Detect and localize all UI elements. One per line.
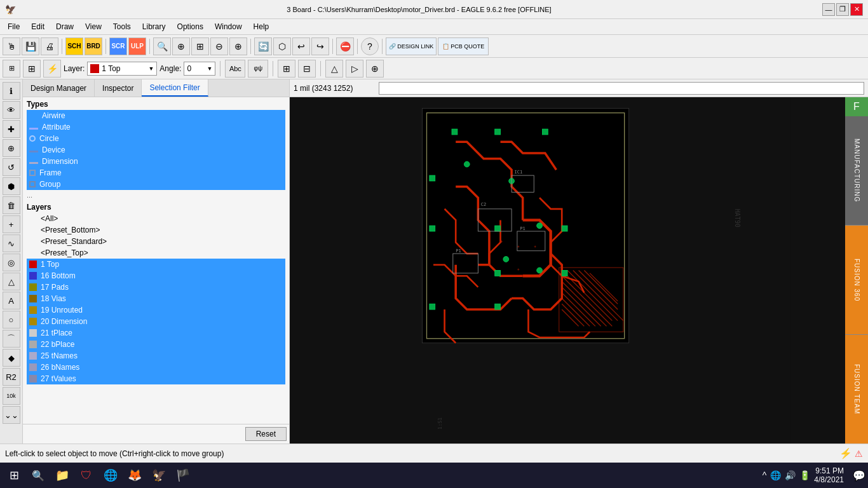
move-tool[interactable]: ✚	[3, 120, 20, 138]
sch-button[interactable]: SCH	[65, 37, 83, 55]
design-link-button[interactable]: 🔗 DESIGN LINK	[386, 37, 437, 55]
menu-library[interactable]: Library	[137, 21, 171, 32]
menu-file[interactable]: File	[3, 21, 25, 32]
polygon-tool[interactable]: △	[3, 273, 20, 290]
undo-button[interactable]: ↩	[292, 37, 310, 55]
ulp-button[interactable]: ULP	[128, 37, 146, 55]
menu-window[interactable]: Window	[210, 21, 247, 32]
fusion-team-panel-button[interactable]: FUSION TEAM	[845, 335, 868, 444]
layer-17-pads[interactable]: 17 Pads	[27, 281, 285, 293]
zoom-minus-button[interactable]: ⊖	[210, 37, 228, 55]
mirror-button[interactable]: ⬡	[273, 37, 291, 55]
pcb-board-canvas[interactable]: C2 P1 P1 IC1 HAT90 1:S1 + + + +	[290, 97, 845, 444]
layer-preset-top[interactable]: <Preset_Top>	[27, 247, 285, 259]
drc2-button[interactable]: ⊕	[366, 60, 384, 78]
rotate-tool[interactable]: ↺	[3, 158, 20, 176]
zoom-out-button[interactable]: 🔍	[153, 37, 171, 55]
layer-preset-bottom[interactable]: <Preset_Bottom>	[27, 224, 285, 236]
zoom-in-button[interactable]: ⊕	[172, 37, 190, 55]
canvas-area[interactable]: 1 mil (3243 1252)	[290, 79, 868, 444]
menu-view[interactable]: View	[80, 21, 107, 32]
tab-inspector[interactable]: Inspector	[95, 79, 142, 97]
scr-button[interactable]: SCR	[109, 37, 127, 55]
info-tool[interactable]: ℹ	[3, 82, 20, 100]
mirror-tool[interactable]: ⬢	[3, 177, 20, 195]
rotate-button[interactable]: 🔄	[254, 37, 272, 55]
taskbar-firefox-button[interactable]: 🦊	[123, 464, 146, 487]
measure-button[interactable]: △	[325, 60, 343, 78]
type-device[interactable]: Device	[27, 144, 285, 156]
menu-edit[interactable]: Edit	[26, 21, 50, 32]
tab-selection-filter[interactable]: Selection Filter	[142, 79, 208, 97]
angle-selector[interactable]: 0 ▼	[184, 62, 215, 76]
layer-20-dimension[interactable]: 20 Dimension	[27, 316, 285, 327]
arc-tool[interactable]: ⌒	[3, 330, 20, 348]
redo-button[interactable]: ↪	[311, 37, 329, 55]
zoom-plus2-button[interactable]: ⊕	[229, 37, 247, 55]
text-tool-side[interactable]: A	[3, 292, 20, 309]
taskbar-explorer-button[interactable]: 📁	[51, 464, 74, 487]
layer-26-bnames[interactable]: 26 bNames	[27, 362, 285, 373]
type-frame[interactable]: Frame	[27, 167, 285, 179]
minimize-button[interactable]: —	[822, 3, 835, 16]
brd-button[interactable]: BRD	[85, 37, 102, 55]
type-attribute[interactable]: Attribute	[27, 121, 285, 133]
search-taskbar-button[interactable]: 🔍	[27, 464, 50, 487]
layer-16-bottom[interactable]: 16 Bottom	[27, 270, 285, 281]
route-tool[interactable]: ∿	[3, 234, 20, 252]
drc-button[interactable]: ⚡	[43, 60, 61, 78]
maximize-button[interactable]: ❐	[836, 3, 849, 16]
save-button[interactable]: 💾	[22, 37, 39, 55]
grid-button[interactable]: ⊞	[23, 60, 41, 78]
menu-draw[interactable]: Draw	[51, 21, 79, 32]
via-tool[interactable]: ◎	[3, 254, 20, 271]
taskbar-eagle-button[interactable]: 🦅	[147, 464, 170, 487]
type-airwire[interactable]: Airwire	[27, 110, 285, 121]
layer-27-tvalues[interactable]: 27 tValues	[27, 373, 285, 384]
pad-tool[interactable]: ◆	[3, 349, 20, 367]
layer-22-bplace[interactable]: 22 bPlace	[27, 339, 285, 350]
menu-help[interactable]: Help	[248, 21, 275, 32]
notification-icon[interactable]: 💬	[853, 470, 865, 482]
layer-19-unrouted[interactable]: 19 Unrouted	[27, 304, 285, 316]
expand-tool[interactable]: ⌄⌄	[3, 406, 20, 424]
zoom-fit-button[interactable]: ⊞	[191, 37, 209, 55]
menu-options[interactable]: Options	[172, 21, 208, 32]
close-button[interactable]: ✕	[850, 3, 863, 16]
help-button[interactable]: ?	[361, 37, 379, 55]
eye-tool[interactable]: 👁	[3, 101, 20, 119]
print-button[interactable]: 🖨	[41, 37, 58, 55]
type-group[interactable]: Group	[27, 179, 285, 190]
text-tool-button[interactable]: Abc	[225, 60, 245, 78]
grid-alt-button[interactable]: ⊟	[298, 60, 316, 78]
layer-tool-button[interactable]: ⊞	[3, 60, 20, 78]
select-tool-button[interactable]: 🖱	[3, 37, 20, 55]
layer-preset-all[interactable]: <All>	[27, 213, 285, 224]
taskbar-flag-button[interactable]: 🏴	[172, 464, 194, 487]
circle-tool[interactable]: ○	[3, 311, 20, 329]
layer-25-tnames[interactable]: 25 tNames	[27, 350, 285, 362]
stop-button[interactable]: ⛔	[336, 37, 354, 55]
reset-button[interactable]: Reset	[245, 427, 287, 441]
layer-18-vias[interactable]: 18 Vias	[27, 293, 285, 304]
menu-tools[interactable]: Tools	[108, 21, 136, 32]
type-circle[interactable]: Circle	[27, 133, 285, 144]
add-tool[interactable]: +	[3, 215, 20, 233]
fusion360-panel-button[interactable]: FUSION 360	[845, 226, 868, 335]
type-dimension[interactable]: Dimension	[27, 156, 285, 167]
taskbar-security-button[interactable]: 🛡	[75, 464, 98, 487]
delete-tool[interactable]: 🗑	[3, 196, 20, 214]
taskbar-clock[interactable]: 9:51 PM 4/8/2021	[814, 466, 849, 484]
pcb-quote-button[interactable]: 📋 PCB QUOTE	[438, 37, 489, 55]
manufacturing-icon-top[interactable]: F	[845, 97, 868, 116]
start-button[interactable]: ⊞	[3, 464, 25, 487]
copy-tool[interactable]: ⊕	[3, 139, 20, 157]
layer-21-tplace[interactable]: 21 tPlace	[27, 327, 285, 339]
layer-preset-standard[interactable]: <Preset_Standard>	[27, 236, 285, 247]
resistor-tool[interactable]: 10k	[3, 387, 20, 405]
grid-toggle-button[interactable]: ⊞	[278, 60, 295, 78]
label-tool[interactable]: R2	[3, 368, 20, 386]
ratio-tool-button[interactable]: φψ	[248, 60, 268, 78]
manufacturing-panel-button[interactable]: MANUFACTURING	[845, 116, 868, 226]
layer-selector[interactable]: 1 Top ▼	[87, 62, 157, 76]
